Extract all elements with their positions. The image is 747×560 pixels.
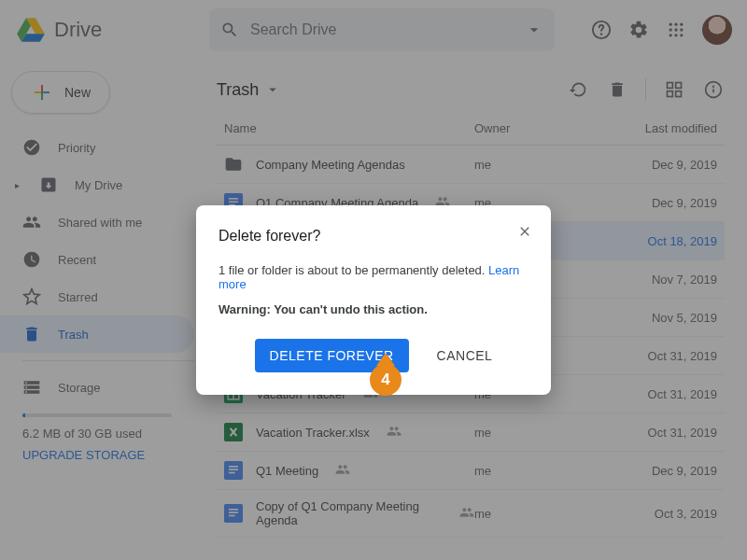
tutorial-callout: 4 bbox=[370, 353, 402, 396]
callout-number: 4 bbox=[370, 364, 402, 396]
modal-overlay[interactable]: Delete forever? 1 file or folder is abou… bbox=[0, 0, 747, 560]
cancel-button[interactable]: CANCEL bbox=[437, 348, 493, 363]
dialog-warning: Warning: You can't undo this action. bbox=[218, 302, 529, 316]
dialog-title: Delete forever? bbox=[218, 228, 529, 245]
dialog-body: 1 file or folder is about to be permanen… bbox=[218, 263, 529, 291]
close-icon[interactable] bbox=[517, 224, 532, 243]
